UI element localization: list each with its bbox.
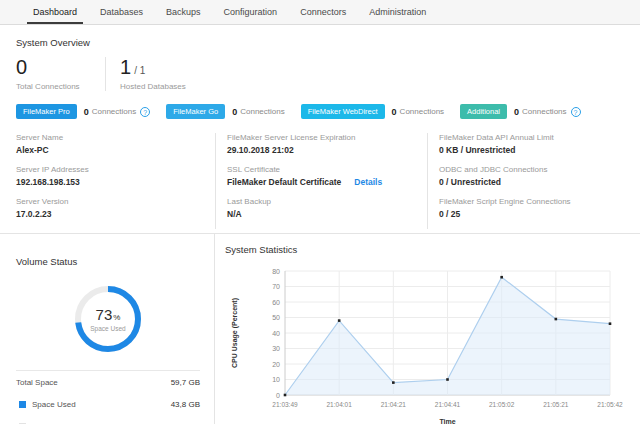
svg-text:21:04:21: 21:04:21 bbox=[381, 401, 407, 408]
filemaker-webdirect-count: 0 bbox=[392, 107, 397, 117]
server-version: Server Version 17.0.2.23 bbox=[16, 197, 215, 219]
odbc-jdbc-connections: ODBC and JDBC Connections 0 / Unrestrict… bbox=[439, 165, 624, 187]
script-engine-connections: FileMaker Script Engine Connections 0 / … bbox=[439, 197, 624, 219]
svg-text:40: 40 bbox=[272, 330, 280, 337]
legend-space-remaining: Space Remaining 15,9 GB bbox=[16, 415, 200, 424]
server-ip-value: 192.168.198.153 bbox=[16, 177, 215, 187]
cpu-usage-chart: 0102030405060708021:03:4921:04:0121:04:2… bbox=[225, 263, 630, 424]
additional-connections-label: Connections bbox=[522, 107, 566, 116]
percent-sign: % bbox=[113, 313, 120, 322]
section-title-system-statistics: System Statistics bbox=[225, 244, 640, 255]
data-api-limit: FileMaker Data API Annual Limit 0 KB / U… bbox=[439, 133, 624, 155]
section-title-volume-status: Volume Status bbox=[16, 256, 200, 267]
odbc-jdbc-value: 0 / Unrestricted bbox=[439, 177, 624, 187]
last-backup-label: Last Backup bbox=[227, 197, 427, 206]
filemaker-webdirect-connections-label: Connections bbox=[400, 107, 444, 116]
total-connections-value: 0 bbox=[16, 57, 105, 78]
svg-text:21:04:41: 21:04:41 bbox=[435, 401, 461, 408]
space-used-percent: 73% bbox=[96, 306, 121, 323]
server-name: Server Name Alex-PC bbox=[16, 133, 215, 155]
server-version-label: Server Version bbox=[16, 197, 215, 206]
percent-number: 73 bbox=[96, 306, 113, 323]
license-expiration-label: FileMaker Server License Expiration bbox=[227, 133, 427, 142]
server-ip-label: Server IP Addresses bbox=[16, 165, 215, 174]
system-overview-section: System Overview 0 Total Connections 1/ 1… bbox=[0, 37, 640, 233]
server-name-label: Server Name bbox=[16, 133, 215, 142]
svg-text:21:05:42: 21:05:42 bbox=[597, 401, 623, 408]
ssl-details-link[interactable]: Details bbox=[354, 177, 382, 187]
legend-space-used: Space Used 43,8 GB bbox=[16, 393, 200, 415]
svg-text:21:04:01: 21:04:01 bbox=[327, 401, 353, 408]
top-navigation: Dashboard Databases Backups Configuratio… bbox=[0, 0, 640, 25]
tab-dashboard[interactable]: Dashboard bbox=[25, 0, 85, 24]
tab-administration[interactable]: Administration bbox=[361, 0, 434, 24]
system-statistics-panel: System Statistics 0102030405060708021:03… bbox=[215, 234, 640, 424]
last-backup: Last Backup N/A bbox=[227, 197, 427, 219]
server-info-col-3: FileMaker Data API Annual Limit 0 KB / U… bbox=[427, 133, 624, 229]
client-filemaker-webdirect: FileMaker WebDirect 0 Connections bbox=[301, 104, 444, 119]
space-used-swatch bbox=[19, 401, 26, 408]
server-ip-addresses: Server IP Addresses 192.168.198.153 bbox=[16, 165, 215, 187]
svg-text:30: 30 bbox=[272, 345, 280, 352]
server-info-grid: Server Name Alex-PC Server IP Addresses … bbox=[16, 133, 624, 233]
tab-configuration[interactable]: Configuration bbox=[216, 0, 286, 24]
svg-text:21:03:49: 21:03:49 bbox=[272, 401, 298, 408]
additional-count: 0 bbox=[514, 107, 519, 117]
svg-text:0: 0 bbox=[276, 392, 280, 399]
ssl-certificate-label: SSL Certificate bbox=[227, 165, 427, 174]
tab-backups[interactable]: Backups bbox=[158, 0, 209, 24]
space-used-label: Space Used bbox=[32, 400, 76, 409]
svg-text:60: 60 bbox=[272, 299, 280, 306]
client-filemaker-go: FileMaker Go 0 Connections bbox=[166, 104, 285, 119]
help-icon[interactable]: ? bbox=[571, 107, 581, 117]
server-version-value: 17.0.2.23 bbox=[16, 209, 215, 219]
total-connections-label: Total Connections bbox=[16, 82, 105, 91]
filemaker-pro-count: 0 bbox=[84, 107, 89, 117]
filemaker-pro-badge: FileMaker Pro bbox=[16, 104, 77, 119]
total-space-value: 59,7 GB bbox=[171, 378, 200, 387]
filemaker-pro-connections-label: Connections bbox=[92, 107, 136, 116]
hosted-databases-value: 1/ 1 bbox=[120, 57, 194, 78]
license-expiration: FileMaker Server License Expiration 29.1… bbox=[227, 133, 427, 155]
svg-text:21:05:02: 21:05:02 bbox=[489, 401, 515, 408]
tab-connectors[interactable]: Connectors bbox=[292, 0, 354, 24]
space-used-donut: 73% Space Used bbox=[72, 283, 144, 355]
svg-text:50: 50 bbox=[272, 314, 280, 321]
hosted-databases-label: Hosted Databases bbox=[120, 82, 194, 91]
script-engine-label: FileMaker Script Engine Connections bbox=[439, 197, 624, 206]
svg-text:CPU Usage (Percent): CPU Usage (Percent) bbox=[231, 298, 239, 368]
hosted-databases-total: / 1 bbox=[134, 65, 145, 76]
space-used-value: 43,8 GB bbox=[171, 400, 200, 409]
donut-center-text: 73% Space Used bbox=[72, 283, 144, 355]
ssl-certificate-value: FileMaker Default CertificateDetails bbox=[227, 177, 427, 187]
data-api-limit-value: 0 KB / Unrestricted bbox=[439, 145, 624, 155]
filemaker-go-connections-label: Connections bbox=[240, 107, 284, 116]
server-name-value: Alex-PC bbox=[16, 145, 215, 155]
tab-databases[interactable]: Databases bbox=[92, 0, 151, 24]
help-icon[interactable]: ? bbox=[140, 107, 150, 117]
total-space-label: Total Space bbox=[16, 378, 58, 387]
license-expiration-value: 29.10.2018 21:02 bbox=[227, 145, 427, 155]
client-connections-row: FileMaker Pro 0 Connections ? FileMaker … bbox=[16, 104, 624, 119]
volume-legend: Total Space 59,7 GB Space Used 43,8 GB S… bbox=[16, 370, 200, 424]
ssl-certificate-name: FileMaker Default Certificate bbox=[227, 177, 341, 187]
svg-text:20: 20 bbox=[272, 361, 280, 368]
space-used-caption: Space Used bbox=[90, 325, 125, 332]
server-info-col-2: FileMaker Server License Expiration 29.1… bbox=[215, 133, 427, 229]
stat-total-connections: 0 Total Connections bbox=[16, 57, 105, 91]
section-title-system-overview: System Overview bbox=[16, 37, 624, 48]
hosted-databases-count: 1 bbox=[120, 56, 131, 78]
svg-text:10: 10 bbox=[272, 376, 280, 383]
svg-text:Time: Time bbox=[439, 418, 455, 424]
server-info-col-1: Server Name Alex-PC Server IP Addresses … bbox=[16, 133, 215, 229]
volume-status-panel: Volume Status 73% Space Used Total Space… bbox=[0, 234, 215, 424]
filemaker-webdirect-badge: FileMaker WebDirect bbox=[301, 104, 385, 119]
script-engine-value: 0 / 25 bbox=[439, 209, 624, 219]
odbc-jdbc-label: ODBC and JDBC Connections bbox=[439, 165, 624, 174]
client-additional: Additional 0 Connections ? bbox=[460, 104, 580, 119]
overview-stats: 0 Total Connections 1/ 1 Hosted Database… bbox=[16, 57, 624, 91]
svg-text:70: 70 bbox=[272, 283, 280, 290]
stat-hosted-databases: 1/ 1 Hosted Databases bbox=[105, 57, 194, 91]
legend-total-space: Total Space 59,7 GB bbox=[16, 371, 200, 393]
bottom-panels: Volume Status 73% Space Used Total Space… bbox=[0, 233, 640, 424]
